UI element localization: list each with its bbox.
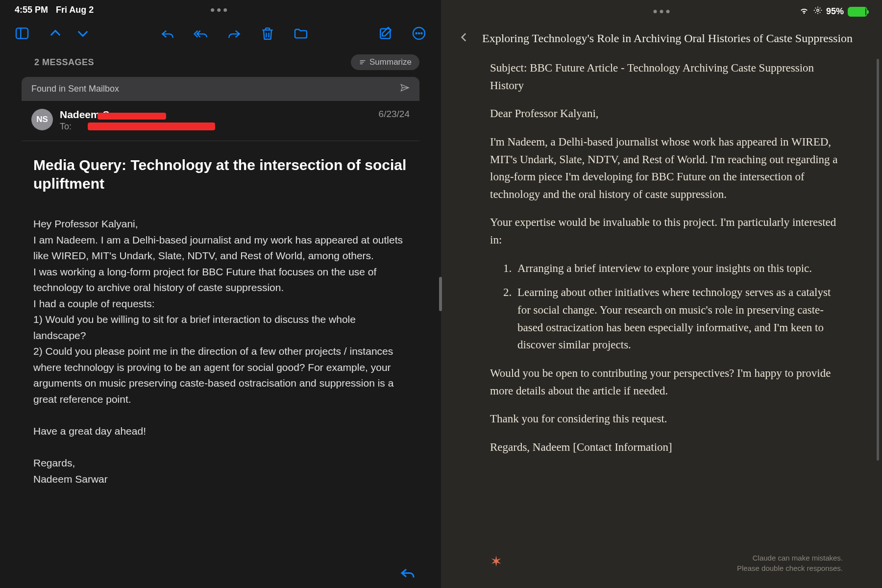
compose-icon[interactable] — [377, 25, 394, 42]
svg-rect-0 — [16, 28, 28, 38]
svg-point-10 — [817, 9, 819, 12]
trash-icon[interactable] — [259, 25, 276, 42]
next-message-icon[interactable] — [74, 25, 91, 42]
sender-name: Nadeem Sarwar — [60, 109, 372, 121]
status-time: 4:55 PM — [15, 5, 48, 15]
message-count: 2 MESSAGES — [34, 57, 94, 68]
battery-pct: 95% — [826, 6, 844, 17]
assistant-header: Exploring Technology's Role in Archiving… — [441, 21, 882, 53]
more-icon[interactable] — [411, 25, 427, 42]
status-date: Fri Aug 2 — [56, 5, 94, 15]
message-count-row: 2 MESSAGES Summarize — [0, 49, 441, 77]
sender-row[interactable]: NS Nadeem Sarwar To: 6/23/24 — [22, 101, 419, 141]
found-banner[interactable]: Found in Sent Mailbox — [22, 77, 419, 101]
sent-icon — [400, 83, 410, 95]
back-icon[interactable] — [458, 31, 470, 46]
assistant-footer: ✶ Claude can make mistakes. Please doubl… — [441, 551, 882, 588]
avatar: NS — [31, 109, 53, 130]
multitask-dots-icon[interactable] — [211, 8, 227, 12]
email-text: Hey Professor Kalyani, I am Nadeem. I am… — [33, 216, 408, 487]
assistant-greeting: Dear Professor Kalyani, — [490, 105, 843, 122]
svg-point-4 — [416, 33, 417, 34]
reply-float-icon[interactable] — [399, 564, 416, 581]
gear-icon — [813, 6, 822, 17]
status-bar-left: 4:55 PM Fri Aug 2 — [0, 0, 441, 18]
svg-point-5 — [418, 33, 419, 34]
mail-toolbar — [0, 18, 441, 49]
assistant-list: Arranging a brief interview to explore y… — [514, 260, 843, 354]
scrollbar[interactable] — [877, 59, 879, 461]
battery-icon — [848, 7, 867, 17]
assistant-content[interactable]: Subject: BBC Future Article - Technology… — [441, 53, 882, 551]
summarize-icon — [359, 58, 367, 66]
wifi-icon — [799, 5, 809, 18]
email-subject: Media Query: Technology at the intersect… — [33, 156, 408, 193]
assistant-star-icon: ✶ — [490, 553, 502, 570]
status-bar-right: 95% — [441, 0, 882, 21]
sidebar-toggle-icon[interactable] — [14, 25, 30, 42]
multitask-dots-icon[interactable] — [654, 10, 670, 13]
assistant-subject: Subject: BBC Future Article - Technology… — [490, 59, 843, 94]
prev-message-icon[interactable] — [47, 25, 64, 42]
summarize-label: Summarize — [369, 57, 412, 67]
found-banner-text: Found in Sent Mailbox — [31, 84, 119, 94]
assistant-title: Exploring Technology's Role in Archiving… — [482, 32, 853, 45]
reply-all-icon[interactable] — [193, 25, 209, 42]
split-handle[interactable] — [439, 277, 442, 311]
sender-to: To: — [60, 122, 372, 132]
move-folder-icon[interactable] — [293, 25, 309, 42]
svg-point-6 — [421, 33, 422, 34]
summarize-button[interactable]: Summarize — [351, 54, 419, 70]
email-body[interactable]: Media Query: Technology at the intersect… — [0, 141, 441, 588]
forward-icon[interactable] — [226, 25, 243, 42]
sender-date: 6/23/24 — [379, 109, 410, 120]
mail-pane: 4:55 PM Fri Aug 2 — [0, 0, 441, 588]
disclaimer-1: Claude can make mistakes. — [737, 553, 843, 563]
reply-icon[interactable] — [159, 25, 176, 42]
assistant-pane: 95% Exploring Technology's Role in Archi… — [441, 0, 882, 588]
disclaimer-2: Please double check responses. — [737, 563, 843, 573]
